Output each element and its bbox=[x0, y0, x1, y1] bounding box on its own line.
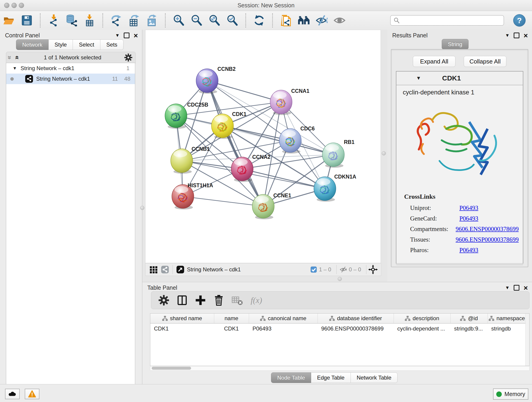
control-panel-maximize-icon[interactable] bbox=[124, 32, 129, 38]
expand-all-button[interactable]: Expand All bbox=[413, 56, 456, 67]
search-input[interactable] bbox=[390, 15, 504, 26]
network-canvas[interactable]: CCNB2CCNA1CDC25BCDK1CDC6RB1CCNB1CCNA2CDK… bbox=[145, 30, 381, 263]
crosslink-link[interactable]: P06493 bbox=[459, 213, 478, 224]
node-RB1[interactable]: RB1 bbox=[322, 139, 355, 168]
column-header-canonical-name[interactable]: canonical name bbox=[249, 313, 317, 323]
expand-all-networks-icon[interactable]: « bbox=[15, 56, 20, 60]
collapse-all-networks-icon[interactable]: » bbox=[7, 56, 12, 60]
tab-network-table[interactable]: Network Table bbox=[351, 372, 398, 383]
zoom-in-button[interactable] bbox=[172, 13, 185, 28]
node-CDC6[interactable]: CDC6 bbox=[279, 126, 315, 153]
left-splitter-handle[interactable] bbox=[140, 206, 144, 210]
network-options-gear-icon[interactable] bbox=[124, 53, 133, 62]
hide-selected-button[interactable] bbox=[315, 13, 328, 28]
string-network-graph[interactable]: CCNB2CCNA1CDC25BCDK1CDC6RB1CCNB1CCNA2CDK… bbox=[146, 30, 380, 263]
node-CDKN1A[interactable]: CDKN1A bbox=[314, 174, 356, 202]
table-panel-float-icon[interactable]: ▼ bbox=[505, 285, 510, 290]
node-CDK1[interactable]: CDK1 bbox=[211, 111, 247, 139]
tab-node-table[interactable]: Node Table bbox=[271, 372, 311, 383]
crosslink-link[interactable]: 9606.ENSP00000378699 bbox=[456, 234, 519, 245]
zoom-fit-button[interactable] bbox=[208, 13, 221, 28]
zoom-out-button[interactable] bbox=[190, 13, 203, 28]
cell-canonical-name[interactable]: P06493 bbox=[249, 323, 317, 334]
column-header-description[interactable]: description bbox=[394, 313, 450, 323]
network-grid-view-icon[interactable] bbox=[149, 265, 158, 274]
memory-button[interactable]: Memory bbox=[493, 389, 528, 400]
table-vertical-scrollbar[interactable] bbox=[525, 313, 529, 366]
edge-CCNB2-CCNE1[interactable] bbox=[207, 81, 263, 206]
network-share-view-icon[interactable] bbox=[161, 265, 169, 274]
cell-@id[interactable]: stringdb:9... bbox=[450, 323, 488, 334]
cell-description[interactable]: cyclin-dependent ... bbox=[394, 323, 450, 334]
edge-CDK1-RB1[interactable] bbox=[222, 126, 333, 155]
crosslink-link[interactable]: P06493 bbox=[459, 203, 478, 213]
birds-eye-view-icon[interactable] bbox=[176, 265, 185, 274]
cloud-status-button[interactable] bbox=[5, 389, 20, 399]
pan-crosshair-icon[interactable] bbox=[368, 265, 378, 274]
help-button[interactable]: ? bbox=[513, 14, 526, 27]
delete-table-icon[interactable] bbox=[231, 294, 243, 306]
control-panel-float-icon[interactable]: ▼ bbox=[115, 33, 120, 38]
show-columns-icon[interactable] bbox=[177, 294, 188, 306]
crosslink-link[interactable]: 9606.ENSP00000378699 bbox=[456, 224, 519, 234]
table-panel-close-icon[interactable]: × bbox=[524, 286, 528, 290]
edge-HIST1H1A-CCNE1[interactable] bbox=[183, 196, 263, 206]
table-horizontal-scrollbar[interactable] bbox=[150, 366, 530, 370]
node-CCNE1[interactable]: CCNE1 bbox=[252, 192, 291, 219]
results-panel-maximize-icon[interactable] bbox=[514, 32, 519, 38]
save-session-button[interactable] bbox=[20, 13, 33, 28]
column-header-shared-name[interactable]: shared name bbox=[150, 313, 214, 323]
gene-card-collapse-icon[interactable]: ▼ bbox=[416, 75, 421, 81]
node-HIST1H1A[interactable]: HIST1H1A bbox=[172, 182, 213, 210]
column-header-name[interactable]: name bbox=[214, 313, 249, 323]
gene-card-header[interactable]: ▼ CDK1 bbox=[396, 71, 523, 85]
tab-sets[interactable]: Sets bbox=[100, 39, 123, 50]
tab-string[interactable]: String bbox=[442, 39, 469, 50]
column-header-database-identifier[interactable]: database identifier bbox=[317, 313, 394, 323]
cell-namespace[interactable]: stringdb bbox=[488, 323, 526, 334]
tab-style[interactable]: Style bbox=[49, 39, 73, 50]
network-row[interactable]: String Network – cdk1 11 48 bbox=[6, 74, 135, 84]
show-all-networks-button[interactable] bbox=[297, 13, 310, 28]
results-panel-close-icon[interactable]: × bbox=[524, 33, 528, 38]
cell-name[interactable]: CDK1 bbox=[214, 323, 249, 334]
cell-shared-name[interactable]: CDK1 bbox=[150, 323, 214, 334]
bottom-splitter-handle[interactable] bbox=[338, 277, 342, 281]
crosslink-link[interactable]: P06493 bbox=[459, 245, 478, 255]
collection-expand-icon[interactable]: ▼ bbox=[13, 66, 17, 71]
collapse-all-button[interactable]: Collapse All bbox=[464, 56, 506, 67]
selected-count-checkbox-icon[interactable] bbox=[310, 266, 317, 273]
new-network-from-selection-button[interactable] bbox=[279, 13, 293, 28]
results-scrollbar[interactable] bbox=[396, 263, 523, 265]
column-header-@id[interactable]: @id bbox=[450, 313, 488, 323]
column-header-namespace[interactable]: namespace bbox=[488, 313, 526, 323]
table-panel-maximize-icon[interactable] bbox=[514, 285, 519, 291]
zoom-selected-button[interactable] bbox=[226, 13, 239, 28]
edge-CCNB2-CCNA1[interactable] bbox=[207, 81, 281, 102]
show-hidden-button[interactable] bbox=[333, 13, 346, 28]
table-options-gear-icon[interactable] bbox=[158, 294, 170, 306]
right-splitter-handle[interactable] bbox=[382, 151, 386, 155]
function-builder-icon[interactable]: f(x) bbox=[251, 295, 262, 305]
table-horizontal-scrollbar-thumb[interactable] bbox=[152, 367, 191, 370]
control-panel-close-icon[interactable]: × bbox=[133, 33, 138, 38]
node-CCNB2[interactable]: CCNB2 bbox=[196, 66, 235, 94]
create-column-icon[interactable] bbox=[195, 294, 206, 306]
warnings-button[interactable] bbox=[25, 389, 39, 399]
tab-edge-table[interactable]: Edge Table bbox=[311, 372, 351, 383]
import-network-button[interactable] bbox=[47, 13, 60, 28]
cell-database-identifier[interactable]: 9606.ENSP00000378699 bbox=[317, 323, 394, 334]
refresh-button[interactable] bbox=[253, 13, 266, 28]
tab-select[interactable]: Select bbox=[73, 39, 100, 50]
export-network-button[interactable] bbox=[109, 13, 123, 28]
table-row[interactable]: CDK1CDK1P064939606.ENSP00000378699cyclin… bbox=[150, 323, 526, 334]
import-network-from-database-button[interactable] bbox=[65, 13, 78, 28]
delete-column-icon[interactable] bbox=[213, 294, 225, 306]
open-session-button[interactable] bbox=[2, 13, 16, 28]
network-collection-row[interactable]: ▼ String Network – cdk1 1 bbox=[6, 63, 135, 74]
results-panel-float-icon[interactable]: ▼ bbox=[505, 33, 510, 38]
import-table-button[interactable] bbox=[83, 13, 96, 28]
export-table-button[interactable] bbox=[127, 13, 141, 28]
export-image-button[interactable] bbox=[145, 13, 158, 28]
tab-network[interactable]: Network bbox=[16, 39, 49, 50]
